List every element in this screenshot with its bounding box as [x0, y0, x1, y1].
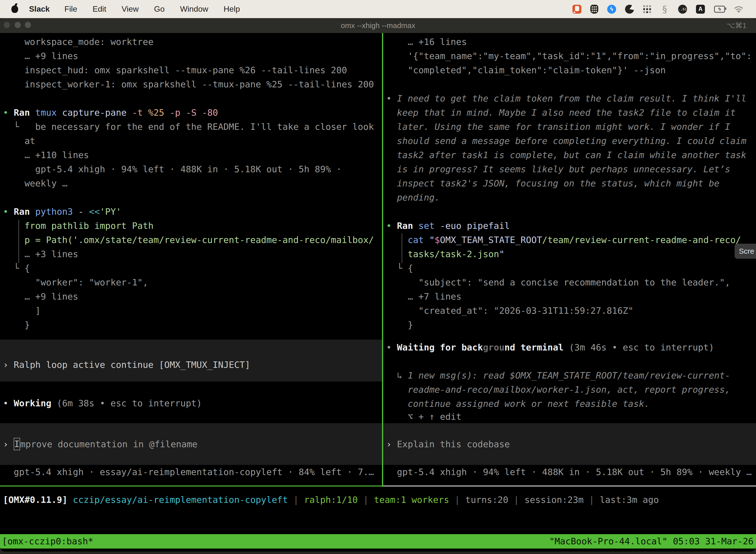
battery-bolt-icon: ϟ: [714, 6, 725, 13]
s-hook-icon[interactable]: §: [660, 5, 669, 14]
screen-tooltip: Scre: [735, 244, 756, 259]
battery-icon[interactable]: ϟ: [714, 5, 725, 14]
menu-item-edit[interactable]: Edit: [85, 4, 114, 13]
tmux-host-clock: "MacBook-Pro-44.local" 05:03 31-Mar-26: [549, 534, 754, 549]
menu-item-view[interactable]: View: [114, 4, 146, 13]
output-connector-line-right: [401, 233, 402, 263]
tmux-session-label: [omx-cczip0:bash*: [2, 534, 93, 549]
menu-item-window[interactable]: Window: [172, 4, 216, 13]
blue-bolt-icon[interactable]: ϟ: [607, 5, 616, 14]
output-connector-line-left: [18, 220, 19, 263]
chat-icon-inner: [575, 6, 579, 11]
pane-divider-horizontal-active[interactable]: [0, 486, 382, 487]
terminal-screen: workspace_mode: worktree … +9 lines insp…: [0, 33, 756, 552]
tmux-status-bar: [omx-cczip0:bash* "MacBook-Pro-44.local"…: [0, 534, 756, 549]
menu-item-help[interactable]: Help: [216, 4, 248, 13]
apple-menu-icon[interactable]: [11, 5, 18, 13]
pane-divider-vertical[interactable]: [382, 33, 383, 487]
terminal-window: omx --xhigh --madmax ⌥⌘1 workspace_mode:…: [0, 0, 756, 552]
menu-left: SlackFileEditViewGoWindowHelp: [0, 4, 248, 14]
omx-status-area: [OMX#0.11.9] cczip/essay/ai-reimplementa…: [0, 33, 756, 552]
app-menus: SlackFileEditViewGoWindowHelp: [18, 4, 248, 14]
pane-divider-horizontal-inactive[interactable]: [383, 486, 756, 487]
badge-61-icon[interactable]: ..61: [678, 5, 687, 14]
menu-status-icons: ϟ § ..61 A ϟ: [572, 0, 743, 18]
menu-item-slack[interactable]: Slack: [18, 4, 57, 13]
wifi-icon[interactable]: [734, 5, 743, 14]
window-title: omx --xhigh --madmax: [0, 18, 756, 33]
macos-menu-bar: SlackFileEditViewGoWindowHelp ϟ § ..61 A…: [0, 0, 756, 18]
window-shortcut-badge: ⌥⌘1: [727, 18, 747, 33]
window-titlebar[interactable]: omx --xhigh --madmax ⌥⌘1: [0, 18, 756, 33]
input-source-icon[interactable]: A: [696, 5, 705, 14]
chat-icon[interactable]: [572, 5, 581, 14]
dots-grid-icon[interactable]: [643, 5, 651, 13]
keypad-shield-icon[interactable]: [590, 5, 598, 14]
menu-item-file[interactable]: File: [57, 4, 85, 13]
menu-item-go[interactable]: Go: [146, 4, 172, 13]
pie-circle-icon[interactable]: [625, 5, 634, 14]
terminal-line: [OMX#0.11.9] cczip/essay/ai-reimplementa…: [3, 493, 659, 507]
